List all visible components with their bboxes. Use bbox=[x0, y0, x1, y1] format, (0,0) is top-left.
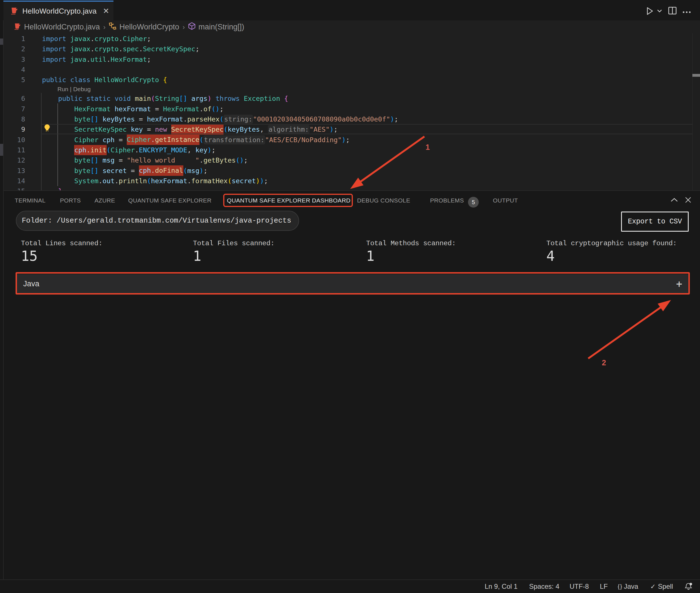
line-number: 15 bbox=[0, 186, 25, 190]
annotation-label-1: 1 bbox=[426, 143, 430, 152]
run-dropdown-chevron-icon[interactable] bbox=[656, 9, 663, 14]
code-line-14[interactable]: 14 System.out.println(hexFormat.formatHe… bbox=[0, 176, 700, 186]
breadcrumb-file[interactable]: HelloWorldCrypto.java bbox=[14, 23, 100, 32]
breadcrumb-method[interactable]: main(String[]) bbox=[188, 22, 244, 32]
java-file-icon bbox=[14, 23, 21, 32]
editor-pane: HelloWorldCrypto.java › HelloWorldCrypto… bbox=[0, 21, 700, 190]
line-number: 10 bbox=[0, 135, 25, 145]
code-line-1[interactable]: 1import javax.crypto.Cipher; bbox=[0, 34, 700, 44]
scrollbar-track[interactable] bbox=[692, 33, 693, 190]
line-number: 1 bbox=[0, 34, 25, 44]
code-line-13[interactable]: 13 byte[] secret = cph.doFinal(msg); bbox=[0, 166, 700, 176]
code-area[interactable]: 1import javax.crypto.Cipher;2import java… bbox=[0, 34, 700, 190]
panel-tab-problems[interactable]: PROBLEMS bbox=[430, 191, 464, 210]
breadcrumb-class[interactable]: HelloWorldCrypto bbox=[109, 23, 179, 32]
spell-checker-status[interactable]: ✓ Spell bbox=[650, 580, 673, 593]
status-bar: Ln 9, Col 1 Spaces: 4 UTF-8 LF { } Java … bbox=[0, 580, 700, 593]
indentation-status[interactable]: Spaces: 4 bbox=[529, 580, 559, 593]
line-number: 12 bbox=[0, 155, 25, 165]
left-edge-strip bbox=[0, 0, 3, 580]
code-line-11[interactable]: 11 cph.init(Cipher.ENCRYPT_MODE, key); bbox=[0, 145, 700, 155]
panel-tab-ports[interactable]: PORTS bbox=[60, 191, 81, 210]
language-mode-status[interactable]: { } Java bbox=[618, 580, 638, 593]
notifications-bell-icon[interactable] bbox=[685, 580, 692, 593]
stat-label: Total Methods scanned: bbox=[366, 240, 456, 247]
panel-tab-debug-console[interactable]: DEBUG CONSOLE bbox=[357, 191, 410, 210]
panel-close-icon[interactable] bbox=[685, 196, 692, 205]
line-number: 2 bbox=[0, 44, 25, 54]
line-number: 9 bbox=[0, 124, 25, 134]
stat-label: Total cryptographic usage found: bbox=[546, 240, 677, 247]
codelens-run-debug[interactable]: Run | Debug bbox=[0, 85, 700, 93]
export-to-csv-button[interactable]: Export to CSV bbox=[621, 211, 689, 232]
code-line-4[interactable]: 4 bbox=[0, 65, 700, 75]
stat-value: 4 bbox=[546, 248, 677, 264]
line-number: 14 bbox=[0, 176, 25, 186]
annotation-label-2: 2 bbox=[602, 358, 606, 367]
indent-guide-active bbox=[57, 103, 58, 186]
stat-2: Total Files scanned:1 bbox=[193, 240, 274, 264]
stat-label: Total Files scanned: bbox=[193, 240, 274, 247]
line-number: 13 bbox=[0, 166, 25, 176]
folder-path-pill: Folder: /Users/gerald.trotmanibm.com/Vir… bbox=[16, 211, 299, 231]
class-symbol-icon bbox=[109, 23, 117, 32]
split-editor-button[interactable] bbox=[668, 7, 676, 15]
annotation-box-dashboard-tab bbox=[223, 194, 353, 207]
problems-count-badge: 5 bbox=[468, 197, 479, 207]
stat-value: 15 bbox=[21, 248, 102, 264]
left-strip-handle bbox=[0, 144, 3, 156]
braces-icon: { } bbox=[618, 583, 622, 590]
indent-guide bbox=[41, 93, 42, 190]
left-strip-handle bbox=[0, 39, 3, 45]
overview-ruler-marker bbox=[692, 74, 700, 77]
code-line-3[interactable]: 3import java.util.HexFormat; bbox=[0, 54, 700, 65]
code-line-5[interactable]: 5public class HelloWorldCrypto { bbox=[0, 75, 700, 85]
more-actions-button[interactable] bbox=[683, 10, 691, 15]
annotation-box-java-group bbox=[15, 272, 690, 294]
left-edge-border bbox=[3, 21, 4, 580]
eol-status[interactable]: LF bbox=[600, 580, 608, 593]
line-number: 11 bbox=[0, 145, 25, 155]
stat-4: Total cryptographic usage found:4 bbox=[546, 240, 677, 264]
line-number: 5 bbox=[0, 75, 25, 85]
line-number: 4 bbox=[0, 65, 25, 75]
breadcrumb-separator-icon: › bbox=[103, 23, 105, 31]
code-line-12[interactable]: 12 byte[] msg = "hello world ".getBytes(… bbox=[0, 155, 700, 165]
line-number: 8 bbox=[0, 114, 25, 124]
stat-3: Total Methods scanned:1 bbox=[366, 240, 456, 264]
current-line-highlight bbox=[41, 124, 692, 134]
panel-tab-azure[interactable]: AZURE bbox=[94, 191, 115, 210]
code-line-10[interactable]: 10 Cipher cph = Cipher.getInstance(trans… bbox=[0, 135, 700, 145]
stat-value: 1 bbox=[366, 248, 456, 264]
panel-tab-output[interactable]: OUTPUT bbox=[493, 191, 518, 210]
code-line-8[interactable]: 8 byte[] keyBytes = hexFormat.parseHex(s… bbox=[0, 114, 700, 124]
line-number: 3 bbox=[0, 54, 25, 65]
stat-label: Total Lines scanned: bbox=[21, 240, 102, 247]
panel-tab-terminal[interactable]: TERMINAL bbox=[15, 191, 46, 210]
editor-tab-helloworldcrypto[interactable]: HelloWorldCrypto.java ✕ bbox=[3, 1, 114, 21]
check-icon: ✓ bbox=[650, 583, 656, 590]
method-symbol-icon bbox=[188, 22, 195, 32]
vscode-window: HelloWorldCrypto.java ✕ HelloWorldCrypto… bbox=[0, 0, 700, 593]
code-line-2[interactable]: 2import javax.crypto.spec.SecretKeySpec; bbox=[0, 44, 700, 54]
code-line-7[interactable]: 7 HexFormat hexFormat = HexFormat.of(); bbox=[0, 104, 700, 114]
line-number: 6 bbox=[0, 93, 25, 104]
tab-title: HelloWorldCrypto.java bbox=[23, 7, 96, 15]
encoding-status[interactable]: UTF-8 bbox=[570, 580, 589, 593]
bottom-panel: TERMINALPORTSAZUREQUANTUM SAFE EXPLORERQ… bbox=[0, 190, 700, 580]
breadcrumb-separator-icon: › bbox=[182, 23, 185, 31]
java-file-icon bbox=[11, 6, 18, 15]
stat-1: Total Lines scanned:15 bbox=[21, 240, 102, 264]
stat-value: 1 bbox=[193, 248, 274, 264]
cursor-position-status[interactable]: Ln 9, Col 1 bbox=[485, 580, 518, 593]
panel-maximize-icon[interactable] bbox=[670, 197, 678, 204]
tab-close-icon[interactable]: ✕ bbox=[103, 6, 109, 15]
breadcrumb: HelloWorldCrypto.java › HelloWorldCrypto… bbox=[14, 21, 244, 34]
code-line-6[interactable]: 6 public static void main(String[] args)… bbox=[0, 93, 700, 104]
lightbulb-icon[interactable] bbox=[43, 124, 51, 133]
line-number: 7 bbox=[0, 104, 25, 114]
code-line-15[interactable]: 15 } bbox=[0, 186, 700, 190]
panel-tab-quantum-safe-explorer[interactable]: QUANTUM SAFE EXPLORER bbox=[128, 191, 211, 210]
run-button[interactable] bbox=[647, 7, 653, 16]
